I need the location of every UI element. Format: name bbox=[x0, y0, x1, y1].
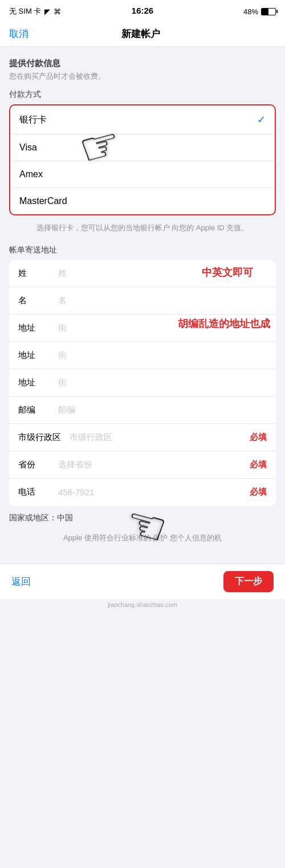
payment-options-list: 银行卡 ✓ Visa Amex MasterCard bbox=[9, 104, 276, 215]
field-label-city: 市级行政区 bbox=[18, 432, 70, 443]
payment-note: 选择银行卡，您可以从您的当地银行帐户 向您的 Apple ID 充值。 bbox=[9, 222, 276, 234]
payment-title: 提供付款信息 bbox=[9, 58, 276, 69]
status-left: 无 SIM 卡 ◤ ⌘ bbox=[9, 6, 61, 17]
form-row-firstname[interactable]: 名 名 bbox=[9, 287, 276, 315]
form-row-surname[interactable]: 姓 姓 bbox=[9, 260, 276, 287]
field-label-province: 省份 bbox=[18, 459, 58, 470]
payment-option-label: Amex bbox=[19, 169, 43, 180]
payment-option-label: 银行卡 bbox=[19, 114, 47, 126]
payment-option-visa[interactable]: Visa bbox=[10, 135, 275, 161]
payment-section-header: 提供付款信息 您在购买产品时才会被收费。 bbox=[9, 58, 276, 81]
bottom-nav: 返回 下一步 bbox=[0, 564, 285, 599]
back-button[interactable]: 返回 bbox=[11, 575, 31, 588]
battery-icon bbox=[261, 8, 276, 15]
field-value-postcode: 邮编 bbox=[58, 405, 267, 415]
form-row-address1[interactable]: 地址 街 bbox=[9, 315, 276, 342]
status-time: 16:26 bbox=[132, 6, 153, 15]
wifi-icon: ⌘ bbox=[54, 7, 61, 16]
field-label-postcode: 邮编 bbox=[18, 405, 58, 415]
field-value-province: 选择省份 bbox=[58, 459, 245, 470]
form-row-postcode[interactable]: 邮编 邮编 bbox=[9, 397, 276, 424]
field-value-phone: 456-7921 bbox=[58, 487, 245, 497]
field-label-phone: 电话 bbox=[18, 487, 58, 498]
form-row-city[interactable]: 市级行政区 市级行政区 必填 bbox=[9, 424, 276, 451]
status-right: 48% bbox=[243, 7, 276, 16]
page-title: 新建帐户 bbox=[121, 27, 160, 40]
payment-option-amex[interactable]: Amex bbox=[10, 161, 275, 188]
main-content: 提供付款信息 您在购买产品时才会被收费。 付款方式 银行卡 ✓ Visa Ame… bbox=[0, 47, 285, 564]
field-value-city: 市级行政区 bbox=[70, 432, 245, 443]
payment-option-mastercard[interactable]: MasterCard bbox=[10, 188, 275, 214]
field-required-city: 必填 bbox=[250, 432, 267, 443]
address-form: 中英文即可 胡编乱造的地址也成 姓 姓 名 名 地址 街 bbox=[9, 260, 276, 506]
form-row-address2[interactable]: 地址 街 bbox=[9, 342, 276, 369]
nav-bar: 取消 新建帐户 bbox=[0, 23, 285, 47]
carrier-text: 无 SIM 卡 bbox=[9, 6, 41, 17]
payment-option-bankcard[interactable]: 银行卡 ✓ bbox=[10, 105, 275, 135]
field-label-address2: 地址 bbox=[18, 350, 58, 361]
watermark: jiaochang.shaozhao.com bbox=[0, 599, 285, 610]
checkmark-icon: ✓ bbox=[257, 113, 266, 126]
payment-method-label: 付款方式 bbox=[9, 89, 276, 100]
field-label-address3: 地址 bbox=[18, 377, 58, 388]
field-value-surname: 姓 bbox=[58, 268, 267, 279]
form-row-phone[interactable]: 电话 456-7921 必填 bbox=[9, 479, 276, 506]
field-value-address3: 街 bbox=[58, 377, 267, 388]
field-required-phone: 必填 bbox=[250, 487, 267, 498]
country-row: 国家或地区：中国 bbox=[9, 513, 276, 523]
address-section-label: 帐单寄送地址 bbox=[9, 245, 276, 255]
status-bar: 无 SIM 卡 ◤ ⌘ 16:26 48% bbox=[0, 0, 285, 23]
field-label-surname: 姓 bbox=[18, 268, 58, 279]
payment-option-label: MasterCard bbox=[19, 196, 67, 206]
form-row-province[interactable]: 省份 选择省份 必填 bbox=[9, 451, 276, 479]
field-value-firstname: 名 bbox=[58, 295, 267, 306]
field-value-address2: 街 bbox=[58, 350, 267, 361]
apple-info-text: Apple 使用符合行业标准的 保护 您个人信息的机 bbox=[9, 532, 276, 544]
field-label-address1: 地址 bbox=[18, 323, 58, 333]
field-required-province: 必填 bbox=[250, 459, 267, 470]
battery-percent: 48% bbox=[243, 7, 258, 16]
sim-icon: ◤ bbox=[44, 7, 50, 16]
payment-subtitle: 您在购买产品时才会被收费。 bbox=[9, 71, 276, 81]
next-button[interactable]: 下一步 bbox=[223, 571, 274, 592]
field-value-address1: 街 bbox=[58, 323, 267, 333]
cancel-button[interactable]: 取消 bbox=[9, 27, 28, 40]
field-label-firstname: 名 bbox=[18, 295, 58, 306]
payment-option-label: Visa bbox=[19, 142, 37, 153]
form-row-address3[interactable]: 地址 街 bbox=[9, 369, 276, 397]
